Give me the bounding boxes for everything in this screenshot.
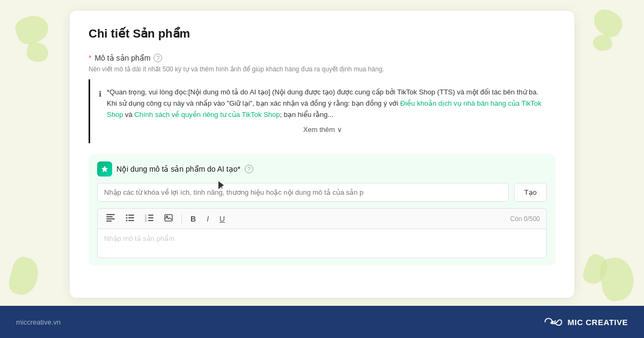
svg-rect-1 [106,216,113,217]
svg-point-6 [126,217,128,219]
chevron-down-icon: ∨ [337,124,342,136]
svg-rect-9 [128,220,134,221]
svg-rect-11 [148,215,153,216]
required-star: * [89,54,91,62]
info-circle-icon: ℹ [99,88,101,100]
svg-rect-3 [106,221,112,222]
svg-rect-7 [128,217,134,218]
footer-brand: MIC CREATIVE [543,315,628,328]
brand-logo-icon [543,315,562,328]
label-text: Mô tả sản phẩm [94,54,150,62]
brand-name: MIC CREATIVE [568,318,628,327]
info-box-content: ℹ *Quan trọng, vui lòng đọc:[Nội dung mô… [99,87,547,120]
svg-rect-13 [148,217,153,218]
editor-toolbar: 1. 2. 3. B I U Còn 0/500 [97,208,547,229]
char-count: Còn 0/500 [510,215,540,223]
footer-url: miccreative.vn [16,318,61,326]
toolbar-italic-icon[interactable]: I [204,214,211,224]
ai-keyword-input[interactable] [97,183,509,202]
ai-section-header: Nội dung mô tả sản phẩm do AI tạo* ? [97,161,547,177]
toolbar-number-icon[interactable]: 1. 2. 3. [143,213,156,224]
svg-rect-2 [106,218,115,219]
ai-input-row: Tạo [97,183,547,202]
ai-create-button[interactable]: Tạo [514,183,547,202]
link-privacy[interactable]: Chính sách về quyền riêng tư của TikTok … [134,111,280,119]
svg-rect-15 [148,220,153,221]
ai-icon [97,161,112,177]
editor-placeholder: Nhập mô tả sản phẩm [104,234,174,243]
cursor [218,181,224,189]
editor-area[interactable]: Nhập mô tả sản phẩm [97,229,547,258]
help-icon-ai[interactable]: ? [245,165,253,173]
footer-bar: miccreative.vn MIC CREATIVE [0,306,644,338]
ai-section: Nội dung mô tả sản phẩm do AI tạo* ? Tạo [89,154,555,266]
toolbar-image-icon[interactable] [162,213,175,224]
ai-title: Nội dung mô tả sản phẩm do AI tạo* [116,165,240,173]
decoration-blob-tl2 [25,41,49,63]
page-title: Chi tiết Sản phẩm [89,27,555,41]
svg-point-18 [551,321,553,323]
svg-point-4 [126,215,128,216]
svg-rect-0 [106,214,115,215]
toolbar-underline-icon[interactable]: U [217,214,227,224]
section-label-description: * Mô tả sản phẩm ? [89,54,555,62]
svg-point-8 [126,220,128,222]
info-box: ℹ *Quan trọng, vui lòng đọc:[Nội dung mô… [89,79,555,143]
toolbar-bullet-icon[interactable] [123,213,136,224]
hint-text: Nên viết mô tả dài ít nhất 500 ký tự và … [89,65,555,73]
help-icon-description[interactable]: ? [153,54,162,62]
decoration-blob-bl [6,255,42,298]
svg-text:3.: 3. [145,219,147,222]
svg-rect-5 [128,215,134,216]
toolbar-align-icon[interactable] [104,213,117,224]
toolbar-bold-icon[interactable]: B [188,214,198,224]
info-text: *Quan trọng, vui lòng đọc:[Nội dung mô t… [107,87,547,120]
main-card: Chi tiết Sản phẩm * Mô tả sản phẩm ? Nên… [70,11,574,298]
see-more-button[interactable]: Xem thêm ∨ [99,124,547,136]
toolbar-separator [181,214,182,224]
